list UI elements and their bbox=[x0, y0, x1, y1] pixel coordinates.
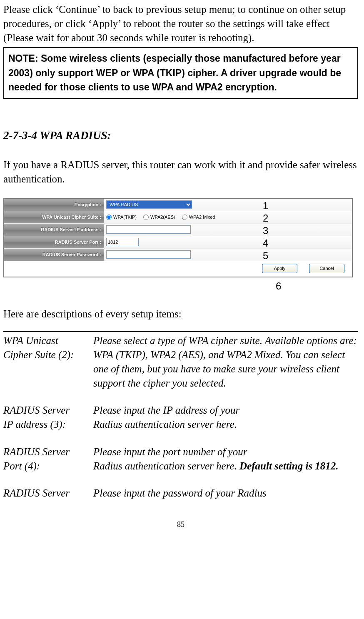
cancel-button[interactable]: Cancel bbox=[309, 264, 344, 273]
row-ip: RADIUS Server IP address : bbox=[4, 224, 352, 236]
value-password bbox=[104, 249, 352, 261]
horizontal-rule bbox=[3, 331, 358, 332]
term-line: Cipher Suite (2): bbox=[3, 348, 93, 362]
radio-wpa2-aes[interactable]: WPA2(AES) bbox=[143, 214, 175, 220]
label-port: RADIUS Server Port : bbox=[4, 236, 104, 248]
desc-row-ip: RADIUS Server IP address (3): Please inp… bbox=[3, 403, 358, 432]
callout-1: 1 bbox=[263, 199, 268, 212]
term-line: WPA Unicast bbox=[3, 334, 93, 348]
radio-label: WPA2(AES) bbox=[150, 214, 175, 220]
desc-row-port: RADIUS Server Port (4): Please input the… bbox=[3, 445, 358, 473]
section-heading: 2-7-3-4 WPA RADIUS: bbox=[3, 128, 358, 143]
desc-def: Please input the IP address of your Radi… bbox=[93, 403, 358, 432]
ip-input[interactable] bbox=[106, 225, 191, 234]
desc-def: Please select a type of WPA cipher suite… bbox=[93, 334, 358, 390]
desc-term: RADIUS Server IP address (3): bbox=[3, 403, 93, 432]
desc-row-cipher: WPA Unicast Cipher Suite (2): Please sel… bbox=[3, 334, 358, 390]
desc-term: WPA Unicast Cipher Suite (2): bbox=[3, 334, 93, 390]
intro-paragraph: Please click ‘Continue’ to back to previ… bbox=[3, 2, 358, 45]
router-panel: Encryption : WPA RADIUS WPA Unicast Ciph… bbox=[3, 198, 353, 277]
password-input[interactable] bbox=[106, 250, 191, 259]
desc-def: Please input the password of your Radius bbox=[93, 486, 358, 500]
def-line: Please input the IP address of your bbox=[93, 403, 358, 417]
def-line: Radius authentication server here. bbox=[93, 417, 358, 432]
port-input[interactable] bbox=[106, 238, 139, 246]
value-ip bbox=[104, 224, 352, 236]
apply-button[interactable]: Apply bbox=[262, 264, 297, 273]
term-line: RADIUS Server bbox=[3, 403, 93, 417]
radio-label: WPA(TKIP) bbox=[113, 214, 137, 220]
router-screenshot-wrap: Encryption : WPA RADIUS WPA Unicast Ciph… bbox=[3, 198, 358, 294]
row-port: RADIUS Server Port : bbox=[4, 236, 352, 249]
desc-term: RADIUS Server bbox=[3, 486, 93, 500]
def-bold: Default setting is 1812. bbox=[239, 460, 339, 472]
desc-row-password: RADIUS Server Please input the password … bbox=[3, 486, 358, 500]
value-port bbox=[104, 236, 352, 248]
radio-label: WPA2 Mixed bbox=[189, 214, 215, 220]
section-intro: If you have a RADIUS server, this router… bbox=[3, 158, 358, 186]
radio-input-tkip[interactable] bbox=[106, 215, 112, 220]
value-cipher: WPA(TKIP) WPA2(AES) WPA2 Mixed bbox=[104, 211, 352, 223]
label-encryption: Encryption : bbox=[4, 199, 104, 211]
value-encryption: WPA RADIUS bbox=[104, 199, 352, 211]
callout-6: 6 bbox=[276, 280, 281, 293]
router-button-bar: Apply Cancel bbox=[4, 261, 352, 277]
descriptions-intro: Here are descriptions of every setup ite… bbox=[3, 307, 358, 321]
callout-2: 2 bbox=[263, 212, 268, 225]
label-ip: RADIUS Server IP address : bbox=[4, 224, 104, 236]
callout-4: 4 bbox=[263, 237, 268, 250]
term-line: Port (4): bbox=[3, 459, 93, 473]
label-password: RADIUS Server Password : bbox=[4, 249, 104, 261]
callout-3: 3 bbox=[263, 224, 268, 237]
radio-wpa2-mixed[interactable]: WPA2 Mixed bbox=[182, 214, 215, 220]
callout-5: 5 bbox=[263, 249, 268, 262]
radio-wpa-tkip[interactable]: WPA(TKIP) bbox=[106, 214, 137, 220]
encryption-select[interactable]: WPA RADIUS bbox=[106, 200, 192, 209]
term-line: IP address (3): bbox=[3, 417, 93, 432]
radio-input-aes[interactable] bbox=[143, 215, 149, 220]
desc-term: RADIUS Server Port (4): bbox=[3, 445, 93, 473]
term-line: RADIUS Server bbox=[3, 445, 93, 459]
def-line: Radius authentication server here. Defau… bbox=[93, 459, 358, 473]
note-box: NOTE: Some wireless clients (especially … bbox=[3, 47, 358, 99]
radio-input-mixed[interactable] bbox=[182, 215, 187, 220]
def-line: Please input the port number of your bbox=[93, 445, 358, 459]
row-password: RADIUS Server Password : bbox=[4, 249, 352, 261]
desc-def: Please input the port number of your Rad… bbox=[93, 445, 358, 473]
row-cipher: WPA Unicast Cipher Suite : WPA(TKIP) WPA… bbox=[4, 211, 352, 224]
page-number: 85 bbox=[3, 519, 358, 534]
term-line: RADIUS Server bbox=[3, 486, 93, 500]
row-encryption: Encryption : WPA RADIUS bbox=[4, 199, 352, 211]
label-cipher: WPA Unicast Cipher Suite : bbox=[4, 211, 104, 223]
def-text: Radius authentication server here. bbox=[93, 460, 239, 472]
